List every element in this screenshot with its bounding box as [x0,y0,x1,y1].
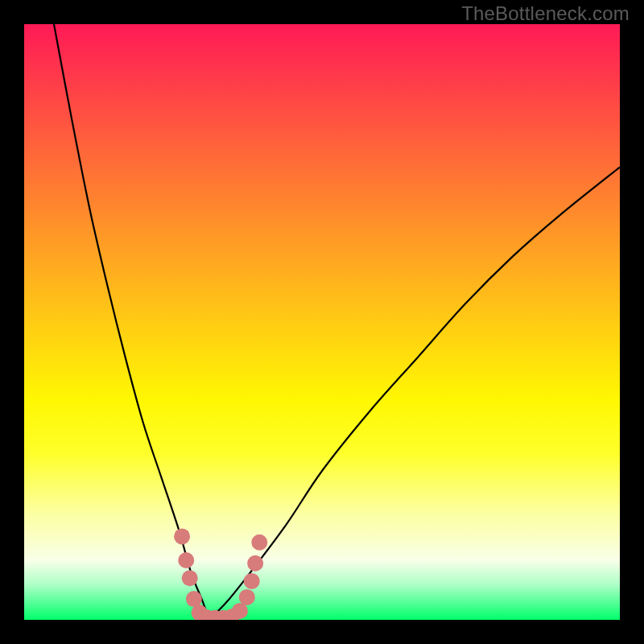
marker-dot [247,555,263,572]
marker-dot [186,591,202,607]
marker-dot [251,535,267,551]
marker-dot [174,528,190,544]
plot-area [24,24,620,620]
watermark-text: TheBottleneck.com [461,2,630,25]
marker-dot [239,589,255,605]
marker-dot [244,573,260,589]
bottom-markers [174,528,267,620]
marker-dot [178,552,194,568]
right-branch-path [208,167,620,620]
marker-dot [232,603,248,619]
curve-layer [24,24,620,620]
marker-dot [182,570,198,586]
